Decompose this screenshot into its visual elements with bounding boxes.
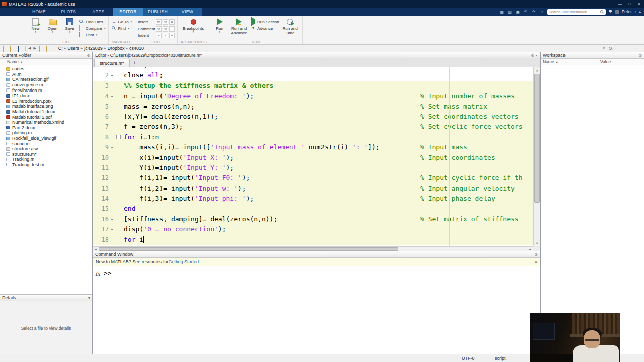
undo-icon[interactable]: ↶ bbox=[523, 10, 529, 14]
breakpoints-button[interactable]: Breakpoints ▼ bbox=[180, 17, 206, 39]
editor-close-icon[interactable]: × bbox=[535, 53, 538, 58]
user-avatar[interactable] bbox=[615, 10, 619, 14]
breakpoints-dropdown-icon[interactable]: ▼ bbox=[192, 31, 194, 33]
file-item[interactable]: freevibration.m bbox=[0, 87, 92, 93]
code-line-14[interactable]: 14- f(i,3)= input('Input phi: ');% Input… bbox=[93, 194, 533, 204]
file-item[interactable]: CA intersection.gif bbox=[0, 77, 92, 82]
code-line-4[interactable]: 4-n = input('Degree of Freedom: ');% Inp… bbox=[93, 91, 533, 101]
go-to-dropdown-icon[interactable]: ▼ bbox=[130, 21, 132, 23]
code-line-6[interactable]: 6-[x,Y]= deal(zeros(n,1));% Set coordina… bbox=[93, 112, 533, 122]
advance-button[interactable]: ▼ Advance bbox=[251, 25, 279, 31]
search-folder-icon[interactable] bbox=[608, 46, 613, 51]
horizontal-scrollbar[interactable]: ◀ ▶ bbox=[93, 246, 533, 251]
editor-menu-icon[interactable]: ⊙ bbox=[531, 53, 534, 58]
file-item[interactable]: Matlab tutorial 1.pdf bbox=[0, 114, 92, 120]
run-dropdown-icon[interactable]: ▼ bbox=[218, 31, 220, 33]
file-item[interactable]: structure.m* bbox=[0, 152, 92, 157]
run-button[interactable]: Run ▼ bbox=[212, 17, 227, 39]
run-and-advance-button[interactable]: Run and Advance bbox=[229, 17, 249, 39]
path-dropdown-icon[interactable]: ▾ bbox=[603, 46, 605, 50]
line-gutter[interactable]: 10- bbox=[93, 153, 124, 163]
code-line-9[interactable]: 9- mass(i,i)= input(['Input mass of elem… bbox=[93, 142, 533, 152]
save-button[interactable]: Save ▼ bbox=[62, 17, 77, 39]
help-icon[interactable]: ? bbox=[539, 10, 545, 14]
workspace-menu-icon[interactable]: ⊙ bbox=[638, 53, 642, 58]
breadcrumb-segment[interactable]: Dropbox bbox=[106, 46, 126, 51]
close-button[interactable]: × bbox=[634, 2, 644, 6]
collapse-ribbon-icon[interactable]: ▴ bbox=[639, 10, 641, 14]
quick-save-icon[interactable] bbox=[18, 46, 23, 51]
code-line-13[interactable]: 13- f(i,2)= input('Input w: ');% Input a… bbox=[93, 184, 533, 194]
wrap-comments-icon[interactable]: − bbox=[169, 26, 175, 32]
insert-comment-icon[interactable]: % bbox=[163, 19, 168, 25]
line-gutter[interactable]: 5- bbox=[93, 102, 124, 112]
save-dropdown-icon[interactable]: ▼ bbox=[68, 31, 70, 33]
compare-button[interactable]: Compare ▼ bbox=[79, 25, 106, 31]
line-gutter[interactable]: 3 bbox=[93, 81, 124, 91]
scroll-left-icon[interactable]: ◀ bbox=[93, 247, 99, 251]
line-gutter[interactable]: 8− bbox=[93, 132, 124, 142]
workspace-name-column[interactable]: Name ▲ bbox=[541, 59, 598, 65]
maximize-button[interactable]: □ bbox=[625, 2, 634, 6]
file-item[interactable]: L1 introduction.pptx bbox=[0, 99, 92, 104]
workspace-value-column[interactable]: Value bbox=[598, 59, 611, 65]
code-line-11[interactable]: 11- Y(i)=input('Input Y: '); bbox=[93, 163, 533, 173]
file-item[interactable]: Tracking_test.m bbox=[0, 162, 92, 168]
line-gutter[interactable]: 9- bbox=[93, 142, 124, 152]
compare-dropdown-icon[interactable]: ▼ bbox=[104, 27, 106, 30]
fold-collapse-icon[interactable]: − bbox=[116, 135, 121, 139]
command-prompt[interactable]: >> bbox=[104, 269, 112, 277]
line-gutter[interactable]: 18 bbox=[93, 235, 124, 245]
up-one-level-icon[interactable] bbox=[39, 46, 44, 51]
vertical-scrollbar-thumb[interactable] bbox=[534, 74, 540, 203]
notifications-bell-icon[interactable] bbox=[608, 10, 612, 14]
print-button[interactable]: Print ▼ bbox=[79, 32, 106, 38]
indent-left-icon[interactable]: « bbox=[163, 33, 168, 38]
ribbon-tab-apps[interactable]: APPS bbox=[84, 8, 113, 16]
tab-structure-m[interactable]: structure.m* bbox=[94, 59, 130, 67]
breadcrumb-segment[interactable]: cs4010 bbox=[128, 46, 145, 51]
code-line-7[interactable]: 7-f = zeros(n,3);% Set cyclic force vect… bbox=[93, 122, 533, 132]
cut-icon[interactable]: ▧ bbox=[507, 10, 513, 14]
code-line-17[interactable]: 17-disp('0 = no connection'); bbox=[93, 224, 533, 234]
name-column-header[interactable]: Name bbox=[7, 59, 19, 64]
browse-folder-icon[interactable] bbox=[46, 46, 51, 51]
file-item[interactable]: convergence.m bbox=[0, 82, 92, 88]
code-line-16[interactable]: 16-[stiffness, damping]= deal(zeros(n,n)… bbox=[93, 214, 533, 224]
horizontal-scrollbar-thumb[interactable] bbox=[99, 247, 398, 251]
code-line-5[interactable]: 5-mass = zeros(n,n);% Set mass matrix bbox=[93, 102, 533, 112]
ribbon-tab-view[interactable]: VIEW bbox=[173, 8, 202, 16]
new-dropdown-icon[interactable]: ▼ bbox=[34, 31, 36, 33]
indent-right-icon[interactable]: » bbox=[156, 33, 162, 38]
notice-close-icon[interactable]: × bbox=[535, 260, 537, 264]
comment-icon[interactable]: % bbox=[156, 26, 162, 32]
new-script-icon[interactable] bbox=[3, 46, 8, 51]
scroll-down-icon[interactable]: ▼ bbox=[534, 240, 540, 246]
command-window-menu-icon[interactable]: ⊙ bbox=[534, 252, 538, 257]
code-line-8[interactable]: 8−for i=1:n bbox=[93, 132, 533, 142]
file-item[interactable]: IP1.docx bbox=[0, 93, 92, 99]
run-section-button[interactable]: Run Section bbox=[251, 19, 279, 25]
breadcrumb-segment[interactable]: Users bbox=[66, 46, 81, 51]
file-item[interactable]: plotting.m bbox=[0, 130, 92, 136]
open-file-icon[interactable] bbox=[10, 46, 15, 51]
new-button[interactable]: New ▼ bbox=[28, 17, 43, 39]
line-gutter[interactable]: 16- bbox=[93, 214, 124, 224]
breadcrumb-segment[interactable]: C: bbox=[57, 46, 64, 51]
user-name[interactable]: Peter bbox=[622, 9, 632, 14]
find-files-button[interactable]: Find Files bbox=[79, 19, 106, 25]
code-editor[interactable]: 1-clear;2-close all;3%% Setup the stiffn… bbox=[93, 67, 540, 251]
forward-button[interactable]: ▶ bbox=[33, 46, 36, 50]
file-item[interactable]: codes bbox=[0, 66, 92, 72]
scroll-up-icon[interactable]: ▲ bbox=[534, 67, 540, 73]
line-gutter[interactable]: 15- bbox=[93, 204, 124, 214]
file-list-header[interactable]: Name ▲ bbox=[0, 59, 92, 65]
code-line-3[interactable]: 3%% Setup the stiffness matrix & others bbox=[93, 81, 533, 91]
ribbon-tab-plots[interactable]: PLOTS bbox=[54, 8, 84, 16]
scroll-right-icon[interactable]: ▶ bbox=[527, 247, 533, 251]
line-gutter[interactable]: 6- bbox=[93, 112, 124, 122]
line-gutter[interactable]: 4- bbox=[93, 91, 124, 101]
search-documentation-input[interactable]: Search Documentation bbox=[547, 9, 606, 15]
new-tab-button[interactable]: + bbox=[131, 59, 139, 67]
ribbon-tab-publish[interactable]: PUBLISH bbox=[143, 8, 173, 16]
